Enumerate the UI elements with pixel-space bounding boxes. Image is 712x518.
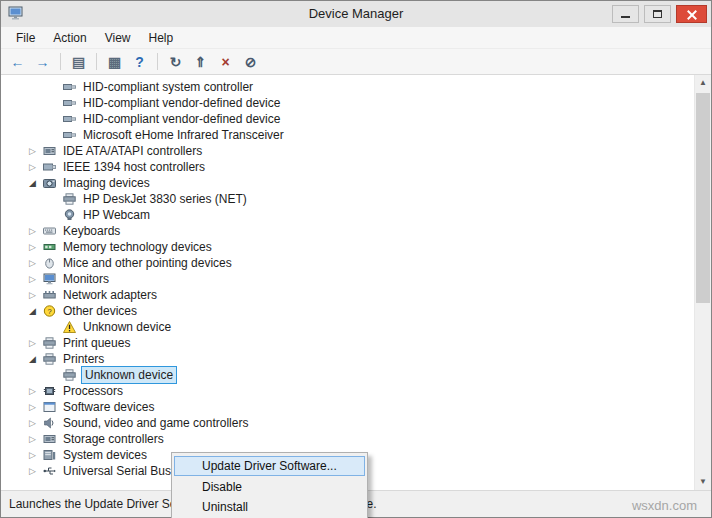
tree-item-label: Keyboards [61,223,122,239]
scrollbar-thumb[interactable] [696,93,710,303]
tree-item[interactable]: ▷Mice and other pointing devices [1,255,694,271]
menu-file[interactable]: File [7,28,44,48]
scroll-down-button[interactable]: ▼ [695,474,711,490]
tree-item[interactable]: ◢Imaging devices [1,175,694,191]
context-menu-item-disable[interactable]: Disable [172,477,367,497]
imaging-device-icon [43,177,58,189]
keyboard-icon [43,225,58,237]
tree-item-label: Software devices [61,399,156,415]
sound-icon [43,417,58,429]
svg-text:?: ? [47,307,51,316]
help-button[interactable]: ? [128,51,151,72]
tree-item[interactable]: ▷IDE ATA/ATAPI controllers [1,143,694,159]
expand-arrow-icon[interactable]: ▷ [29,271,43,287]
context-menu-item-uninstall[interactable]: Uninstall [172,497,367,517]
tree-item[interactable]: HP Webcam [1,207,694,223]
tree-item[interactable]: ▷Monitors [1,271,694,287]
toolbar-separator [157,53,158,70]
tree-item[interactable]: HP DeskJet 3830 series (NET) [1,191,694,207]
tree-item[interactable]: ▷Processors [1,383,694,399]
memory-icon [43,241,58,253]
tree-item[interactable]: ▷Memory technology devices [1,239,694,255]
expand-arrow-icon[interactable]: ▷ [29,239,43,255]
expand-arrow-icon[interactable]: ▷ [29,431,43,447]
tree-item[interactable]: HID-compliant vendor-defined device [1,111,694,127]
tree-item-label: Memory technology devices [61,239,214,255]
expand-arrow-icon[interactable]: ▷ [29,335,43,351]
tree-item-label: Monitors [61,271,111,287]
network-adapter-icon [43,289,58,301]
mouse-icon [43,257,58,269]
hid-device-icon [63,129,78,141]
title-bar: Device Manager [1,1,711,27]
tree-item[interactable]: ▷Print queues [1,335,694,351]
properties-button[interactable]: ▦ [103,51,126,72]
tree-item-label: Printers [61,351,106,367]
tree-item[interactable]: ▷IEEE 1394 host controllers [1,159,694,175]
software-device-icon [43,401,58,413]
tree-item[interactable]: HID-compliant vendor-defined device [1,95,694,111]
expand-arrow-icon[interactable]: ▷ [29,415,43,431]
scroll-up-button[interactable]: ▲ [695,75,711,91]
tree-item[interactable]: ▷Network adapters [1,287,694,303]
expand-arrow-icon[interactable]: ▷ [29,255,43,271]
menu-help[interactable]: Help [140,28,183,48]
forward-button[interactable]: → [31,51,54,72]
expand-arrow-icon[interactable]: ▷ [29,223,43,239]
tree-item[interactable]: Unknown device [1,367,694,383]
tree-item[interactable]: ▷Keyboards [1,223,694,239]
tree-item-label: Sound, video and game controllers [61,415,250,431]
close-button[interactable] [676,5,707,23]
collapse-arrow-icon[interactable]: ◢ [29,351,43,367]
hid-device-icon [63,81,78,93]
expand-arrow-icon[interactable]: ▷ [29,383,43,399]
tree-item-label: System devices [61,447,149,463]
expand-arrow-icon[interactable]: ▷ [29,159,43,175]
collapse-arrow-icon[interactable]: ◢ [29,175,43,191]
menu-bar: File Action View Help [1,27,711,49]
maximize-button[interactable] [644,5,671,23]
collapse-arrow-icon[interactable]: ◢ [29,303,43,319]
tree-item[interactable]: Microsoft eHome Infrared Transceiver [1,127,694,143]
hid-device-icon [63,113,78,125]
tree-item-label: HID-compliant system controller [81,79,255,95]
tree-item-label: HP DeskJet 3830 series (NET) [81,191,249,207]
vertical-scrollbar[interactable]: ▲ ▼ [694,75,711,490]
device-manager-window: Device Manager File Action View Help ←→▤… [0,0,712,518]
tree-item[interactable]: ◢?Other devices [1,303,694,319]
other-device-icon: ? [43,305,58,317]
tree-item-label: Print queues [61,335,132,351]
back-button[interactable]: ← [6,51,29,72]
tree-item[interactable]: ▷Software devices [1,399,694,415]
tree-item[interactable]: ◢Printers [1,351,694,367]
tree-item[interactable]: ▷Storage controllers [1,431,694,447]
selected-tree-item-label: Unknown device [81,366,177,384]
show-console-tree-button[interactable]: ▤ [67,51,90,72]
minimize-button[interactable] [612,5,639,23]
expand-arrow-icon[interactable]: ▷ [29,399,43,415]
content-area: HID-compliant system controllerHID-compl… [1,75,711,490]
tree-item-label: Storage controllers [61,431,166,447]
disable-button[interactable]: ⊘ [239,51,262,72]
menu-action[interactable]: Action [44,28,95,48]
expand-arrow-icon[interactable]: ▷ [29,287,43,303]
toolbar-separator [96,53,97,70]
tree-item[interactable]: Unknown device [1,319,694,335]
tree-item-label: IEEE 1394 host controllers [61,159,207,175]
tree-item-label: HP Webcam [81,207,152,223]
tree-item[interactable]: ▷Sound, video and game controllers [1,415,694,431]
device-tree: HID-compliant system controllerHID-compl… [1,75,694,490]
expand-arrow-icon[interactable]: ▷ [29,143,43,159]
minimize-icon [621,16,630,18]
uninstall-button[interactable]: × [214,51,237,72]
expand-arrow-icon[interactable]: ▷ [29,463,43,479]
context-menu-item-update-driver-software[interactable]: Update Driver Software... [174,456,365,476]
scan-hardware-changes-button[interactable]: ↻ [164,51,187,72]
tree-item-label: HID-compliant vendor-defined device [81,95,282,111]
storage-controller-icon [43,145,58,157]
expand-arrow-icon[interactable]: ▷ [29,447,43,463]
menu-view[interactable]: View [96,28,140,48]
tree-item[interactable]: HID-compliant system controller [1,79,694,95]
update-driver-software-button[interactable]: ⇑ [189,51,212,72]
tree-item-label: IDE ATA/ATAPI controllers [61,143,204,159]
